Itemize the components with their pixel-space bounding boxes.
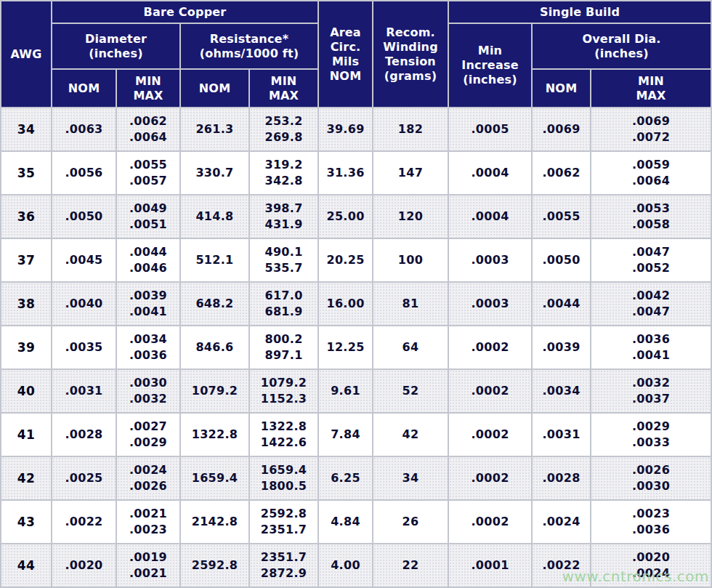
cell-winding-tension: 147	[373, 151, 448, 195]
cell-min-increase: .0002	[448, 500, 532, 544]
wire-gauge-page: AWG Bare Copper Area Circ. Mils NOM Reco…	[0, 0, 712, 588]
cell-awg: 41	[1, 413, 52, 456]
cell-awg: 36	[1, 195, 52, 238]
cell-overall-nom: .0062	[532, 151, 591, 195]
header-diameter-minmax: MIN MAX	[116, 69, 180, 108]
cell-min-increase: .0001	[448, 544, 532, 587]
wire-gauge-table: AWG Bare Copper Area Circ. Mils NOM Reco…	[0, 0, 712, 588]
cell-winding-tension: 100	[373, 238, 448, 282]
cell-overall-minmax: .0069 .0072	[591, 108, 711, 151]
cell-min-increase: .0005	[448, 108, 532, 151]
cell-area-circ-mils: 7.84	[318, 413, 373, 456]
cell-min-increase: .0002	[448, 413, 532, 456]
cell-resistance-minmax: 617.0 681.9	[249, 282, 318, 326]
cell-area-circ-mils: 39.69	[318, 108, 373, 151]
header-row-groups: AWG Bare Copper Area Circ. Mils NOM Reco…	[1, 1, 711, 23]
cell-resistance-minmax: 490.1 535.7	[249, 238, 318, 282]
cell-resistance-minmax: 1079.2 1152.3	[249, 369, 318, 413]
header-awg: AWG	[1, 1, 52, 108]
cell-diameter-minmax: .0021 .0023	[116, 500, 180, 544]
cell-min-increase: .0002	[448, 456, 532, 500]
cell-overall-minmax: .0020 .0024	[591, 544, 711, 587]
cell-diameter-minmax: .0027 .0029	[116, 413, 180, 456]
cell-overall-minmax: .0053 .0058	[591, 195, 711, 238]
cell-overall-minmax: .0036 .0041	[591, 326, 711, 369]
header-diameter: Diameter (inches)	[52, 23, 180, 69]
cell-overall-nom: .0050	[532, 238, 591, 282]
cell-awg: 40	[1, 369, 52, 413]
cell-diameter-nom: .0020	[52, 544, 116, 587]
cell-resistance-nom: 1079.2	[180, 369, 249, 413]
table-row-awg-35: 35.0056.0055 .0057330.7319.2 342.831.361…	[1, 151, 711, 195]
cell-awg: 35	[1, 151, 52, 195]
cell-awg: 44	[1, 544, 52, 587]
cell-area-circ-mils: 4.00	[318, 544, 373, 587]
cell-resistance-nom: 414.8	[180, 195, 249, 238]
cell-resistance-nom: 846.6	[180, 326, 249, 369]
cell-resistance-minmax: 319.2 342.8	[249, 151, 318, 195]
table-row-awg-42: 42.0025.0024 .00261659.41659.4 1800.56.2…	[1, 456, 711, 500]
table-row-awg-44: 44.0020.0019 .00212592.82351.7 2872.94.0…	[1, 544, 711, 587]
cell-diameter-minmax: .0055 .0057	[116, 151, 180, 195]
cell-area-circ-mils: 16.00	[318, 282, 373, 326]
cell-overall-nom: .0022	[532, 544, 591, 587]
table-row-awg-34: 34.0063.0062 .0064261.3253.2 269.839.691…	[1, 108, 711, 151]
cell-winding-tension: 42	[373, 413, 448, 456]
cell-min-increase: .0004	[448, 195, 532, 238]
cell-overall-minmax: .0059 .0064	[591, 151, 711, 195]
table-header: AWG Bare Copper Area Circ. Mils NOM Reco…	[1, 1, 711, 108]
header-resistance-minmax: MIN MAX	[249, 69, 318, 108]
cell-overall-nom: .0044	[532, 282, 591, 326]
cell-diameter-nom: .0031	[52, 369, 116, 413]
cell-resistance-minmax: 253.2 269.8	[249, 108, 318, 151]
cell-resistance-nom: 2592.8	[180, 544, 249, 587]
table-row-awg-38: 38.0040.0039 .0041648.2617.0 681.916.008…	[1, 282, 711, 326]
cell-diameter-nom: .0063	[52, 108, 116, 151]
cell-winding-tension: 52	[373, 369, 448, 413]
cell-overall-minmax: .0029 .0033	[591, 413, 711, 456]
cell-overall-nom: .0031	[532, 413, 591, 456]
cell-winding-tension: 64	[373, 326, 448, 369]
cell-diameter-minmax: .0039 .0041	[116, 282, 180, 326]
header-winding-tension: Recom. Winding Tension (grams)	[373, 1, 448, 108]
cell-overall-nom: .0034	[532, 369, 591, 413]
table-body: 34.0063.0062 .0064261.3253.2 269.839.691…	[1, 108, 711, 587]
cell-awg: 42	[1, 456, 52, 500]
cell-overall-minmax: .0026 .0030	[591, 456, 711, 500]
cell-resistance-minmax: 2592.8 2351.7	[249, 500, 318, 544]
cell-area-circ-mils: 4.84	[318, 500, 373, 544]
header-overall-minmax: MIN MAX	[591, 69, 711, 108]
cell-min-increase: .0003	[448, 238, 532, 282]
cell-resistance-nom: 1659.4	[180, 456, 249, 500]
cell-resistance-nom: 2142.8	[180, 500, 249, 544]
header-single-build: Single Build	[448, 1, 711, 23]
cell-min-increase: .0002	[448, 369, 532, 413]
cell-overall-minmax: .0042 .0047	[591, 282, 711, 326]
cell-min-increase: .0002	[448, 326, 532, 369]
cell-diameter-minmax: .0062 .0064	[116, 108, 180, 151]
cell-winding-tension: 182	[373, 108, 448, 151]
table-row-awg-43: 43.0022.0021 .00232142.82592.8 2351.74.8…	[1, 500, 711, 544]
table-row-awg-39: 39.0035.0034 .0036846.6800.2 897.112.256…	[1, 326, 711, 369]
cell-awg: 43	[1, 500, 52, 544]
cell-diameter-nom: .0040	[52, 282, 116, 326]
cell-winding-tension: 81	[373, 282, 448, 326]
cell-winding-tension: 34	[373, 456, 448, 500]
cell-area-circ-mils: 31.36	[318, 151, 373, 195]
header-overall-dia: Overall Dia. (inches)	[532, 23, 711, 69]
cell-diameter-minmax: .0019 .0021	[116, 544, 180, 587]
cell-overall-minmax: .0047 .0052	[591, 238, 711, 282]
cell-resistance-nom: 330.7	[180, 151, 249, 195]
header-resistance-nom: NOM	[180, 69, 249, 108]
cell-awg: 37	[1, 238, 52, 282]
cell-overall-nom: .0024	[532, 500, 591, 544]
cell-overall-minmax: .0023 .0036	[591, 500, 711, 544]
cell-diameter-nom: .0045	[52, 238, 116, 282]
cell-awg: 34	[1, 108, 52, 151]
cell-diameter-minmax: .0034 .0036	[116, 326, 180, 369]
table-row-awg-40: 40.0031.0030 .00321079.21079.2 1152.39.6…	[1, 369, 711, 413]
cell-diameter-nom: .0056	[52, 151, 116, 195]
cell-overall-nom: .0028	[532, 456, 591, 500]
cell-diameter-minmax: .0024 .0026	[116, 456, 180, 500]
cell-resistance-nom: 648.2	[180, 282, 249, 326]
